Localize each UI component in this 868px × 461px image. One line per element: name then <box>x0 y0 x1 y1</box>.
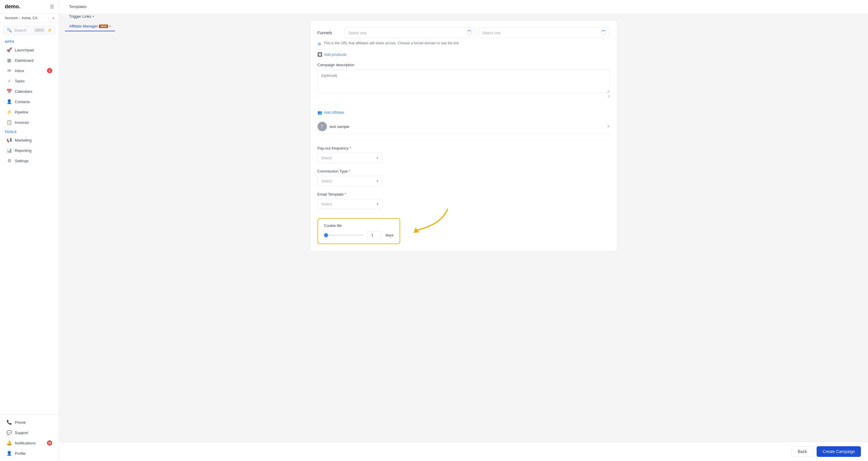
payout-frequency-label: Pay-out frequency * <box>317 146 610 150</box>
sidebar-item-tasks[interactable]: ✓Tasks <box>2 76 57 86</box>
support-icon: 💬 <box>6 430 12 435</box>
sidebar-item-phone[interactable]: 📞Phone <box>2 417 57 427</box>
notifications-icon: 🔔 <box>6 440 12 445</box>
sidebar-item-invoices[interactable]: 📋Invoices <box>2 117 57 127</box>
arrow-annotation <box>394 206 459 242</box>
bottom-nav-list: 📞Phone💬Support🔔Notifications15👤Profile <box>0 417 59 458</box>
cookie-days-input[interactable] <box>367 231 382 239</box>
sidebar-item-support[interactable]: 💬Support <box>2 428 57 438</box>
search-icon: 🔍 <box>7 28 12 32</box>
funnels-select-value: Select one <box>348 31 367 35</box>
section-divider-1 <box>317 104 610 104</box>
loading-spinner-2 <box>601 30 606 35</box>
sidebar-item-launchpad[interactable]: 🚀Launchpad <box>2 45 57 55</box>
sidebar-item-contacts[interactable]: 👤Contacts <box>2 97 57 107</box>
top-nav-item-templates[interactable]: Templates <box>65 2 115 12</box>
section-divider-2 <box>317 140 610 140</box>
add-affiliate-button[interactable]: 👥 Add Affiliate <box>317 110 344 115</box>
payout-required: * <box>350 146 351 150</box>
sidebar-item-pipeline[interactable]: ⚡Pipeline <box>2 107 57 117</box>
sidebar-label-launchpad: Launchpad <box>15 48 34 52</box>
chevron-down-icon: ▾ <box>53 17 54 20</box>
affiliate-item: T test sample × <box>317 119 610 134</box>
marketing-icon: 📢 <box>6 137 12 143</box>
funnel-selects: Select one Select one <box>345 27 610 38</box>
email-required: * <box>345 192 346 197</box>
contacts-icon: 👤 <box>6 99 12 104</box>
info-text: This is the URL that affiliates will sha… <box>324 41 459 45</box>
sidebar-item-reporting[interactable]: 📊Reporting <box>2 145 57 155</box>
email-template-label: Email Template * <box>317 192 610 197</box>
cookie-life-section: Cookie life days <box>317 215 400 244</box>
campaign-description-input[interactable] <box>317 69 610 93</box>
sidebar-label-reporting: Reporting <box>15 148 31 153</box>
slider-thumb[interactable] <box>324 233 328 237</box>
create-campaign-button[interactable]: Create Campaign <box>816 446 861 457</box>
add-products-icon: 🔲 <box>317 52 322 57</box>
inbox-icon: ✉ <box>6 68 12 73</box>
funnels-select-1[interactable]: Select one <box>345 27 476 38</box>
add-affiliate-icon: 👥 <box>317 110 322 115</box>
hamburger-icon[interactable]: ☰ <box>50 4 54 9</box>
days-label: days <box>385 233 393 237</box>
payout-placeholder: Select <box>321 156 332 160</box>
content-area: Funnels Select one Select one ⚙ This is … <box>59 14 868 442</box>
add-affiliate-label: Add Affiliate <box>324 110 344 115</box>
cookie-life-row: days <box>324 231 394 239</box>
affiliate-avatar: T <box>317 122 327 131</box>
calendars-icon: 📅 <box>6 89 12 94</box>
avatar-initial: T <box>321 124 323 128</box>
sidebar-label-notifications: Notifications <box>15 441 36 445</box>
sidebar-item-dashboard[interactable]: ▦Dashboard <box>2 55 57 65</box>
slider-track <box>324 235 364 236</box>
reporting-icon: 📊 <box>6 148 12 153</box>
invoices-icon: 📋 <box>6 120 12 125</box>
back-button[interactable]: Back <box>792 446 813 457</box>
dashboard-icon: ▦ <box>6 58 12 63</box>
top-nav-item-emails[interactable]: Emails▾ <box>65 0 115 2</box>
campaign-description-label: Campaign description <box>317 63 610 67</box>
sidebar-label-support: Support <box>15 431 28 435</box>
settings-icon: ⚙ <box>6 158 12 164</box>
funnels-label: Funnels <box>317 30 341 35</box>
sidebar-label-marketing: Marketing <box>15 138 32 142</box>
commission-placeholder: Select <box>321 179 332 183</box>
commission-type-select[interactable]: Select ▾ <box>317 176 382 186</box>
pipeline-icon: ⚡ <box>6 109 12 115</box>
top-nav: Social PlannerEmails▾TemplatesTrigger Li… <box>59 0 868 14</box>
remove-affiliate-button[interactable]: × <box>607 124 610 129</box>
search-bar[interactable]: 🔍 Search ctrl K ⚡ <box>4 26 55 35</box>
sidebar-label-invoices: Invoices <box>15 120 29 125</box>
main-wrapper: Social PlannerEmails▾TemplatesTrigger Li… <box>59 0 868 461</box>
sidebar-logo: demo. ☰ <box>0 0 59 13</box>
app-nav-list: 🚀Launchpad▦Dashboard✉Inbox1✓Tasks📅Calend… <box>0 45 59 128</box>
sidebar-item-notifications[interactable]: 🔔Notifications15 <box>2 438 57 448</box>
sidebar-label-profile: Profile <box>15 451 26 456</box>
sidebar-label-contacts: Contacts <box>15 99 30 104</box>
sidebar-item-calendars[interactable]: 📅Calendars <box>2 86 57 96</box>
payout-frequency-select[interactable]: Select ▾ <box>317 153 382 163</box>
email-template-select[interactable]: Select ▾ <box>317 199 382 209</box>
sidebar-label-settings: Settings <box>15 159 29 163</box>
apps-section-label: Apps <box>0 37 59 45</box>
sidebar-label-calendars: Calendars <box>15 89 32 94</box>
sidebar-item-settings[interactable]: ⚙Settings <box>2 156 57 166</box>
sidebar-item-profile[interactable]: 👤Profile <box>2 448 57 458</box>
info-row: ⚙ This is the URL that affiliates will s… <box>317 41 610 47</box>
sidebar-label-pipeline: Pipeline <box>15 110 28 114</box>
sidebar-item-inbox[interactable]: ✉Inbox1 <box>2 66 57 76</box>
profile-icon: 👤 <box>6 451 12 456</box>
commission-chevron-icon: ▾ <box>377 179 379 183</box>
launchpad-icon: 🚀 <box>6 47 12 53</box>
account-selector[interactable]: Account -- Irvine, CA ▾ <box>0 13 59 23</box>
sidebar-label-tasks: Tasks <box>15 79 25 83</box>
sidebar-item-marketing[interactable]: 📢Marketing <box>2 135 57 145</box>
sidebar: demo. ☰ Account -- Irvine, CA ▾ 🔍 Search… <box>0 0 59 461</box>
funnels-select-value-2: Select one <box>483 31 501 35</box>
add-products-button[interactable]: 🔲 Add products <box>317 52 347 57</box>
add-products-label: Add products <box>324 52 347 57</box>
phone-icon: 📞 <box>6 420 12 425</box>
char-count: 0 <box>317 94 610 98</box>
tasks-icon: ✓ <box>6 78 12 84</box>
funnels-select-2[interactable]: Select one <box>479 27 610 38</box>
